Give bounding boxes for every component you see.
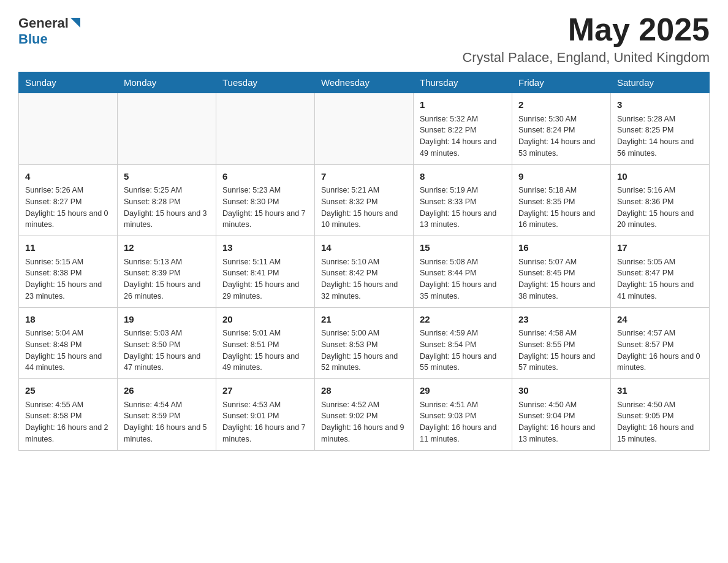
calendar-cell: 21Sunrise: 5:00 AMSunset: 8:53 PMDayligh… (315, 307, 414, 379)
daylight-text: Daylight: 15 hours and 32 minutes. (321, 280, 398, 301)
sunrise-text: Sunrise: 5:07 AM (518, 258, 577, 266)
calendar-cell: 6Sunrise: 5:23 AMSunset: 8:30 PMDaylight… (216, 164, 315, 236)
daylight-text: Daylight: 16 hours and 5 minutes. (124, 423, 207, 443)
sunrise-text: Sunrise: 5:25 AM (124, 186, 182, 194)
calendar-cell: 28Sunrise: 4:52 AMSunset: 9:02 PMDayligh… (315, 379, 414, 451)
calendar-cell (19, 93, 118, 165)
day-number: 9 (518, 170, 604, 184)
day-number: 6 (222, 170, 308, 184)
day-number: 7 (321, 170, 407, 184)
day-number: 19 (124, 313, 210, 327)
calendar-week-1: 1Sunrise: 5:32 AMSunset: 8:22 PMDaylight… (19, 93, 710, 165)
sunrise-text: Sunrise: 5:04 AM (25, 329, 83, 337)
calendar-week-5: 25Sunrise: 4:55 AMSunset: 8:58 PMDayligh… (19, 379, 710, 451)
calendar-cell: 3Sunrise: 5:28 AMSunset: 8:25 PMDaylight… (611, 93, 710, 165)
calendar-cell: 2Sunrise: 5:30 AMSunset: 8:24 PMDaylight… (512, 93, 611, 165)
calendar-cell: 4Sunrise: 5:26 AMSunset: 8:27 PMDaylight… (19, 164, 118, 236)
calendar-cell: 16Sunrise: 5:07 AMSunset: 8:45 PMDayligh… (512, 236, 611, 308)
sunset-text: Sunset: 8:33 PM (420, 197, 476, 206)
sunset-text: Sunset: 9:01 PM (222, 412, 279, 420)
sunrise-text: Sunrise: 5:00 AM (321, 329, 379, 337)
daylight-text: Daylight: 16 hours and 11 minutes. (420, 423, 496, 443)
calendar-cell (118, 93, 216, 165)
sunrise-text: Sunrise: 5:13 AM (124, 258, 182, 266)
calendar-cell: 9Sunrise: 5:18 AMSunset: 8:35 PMDaylight… (512, 164, 611, 236)
day-number: 21 (321, 313, 407, 327)
day-number: 3 (617, 98, 703, 112)
sunset-text: Sunset: 8:39 PM (124, 269, 180, 277)
calendar-cell: 13Sunrise: 5:11 AMSunset: 8:41 PMDayligh… (216, 236, 315, 308)
sunset-text: Sunset: 8:22 PM (420, 126, 476, 134)
calendar-table: SundayMondayTuesdayWednesdayThursdayFrid… (18, 72, 710, 451)
calendar-cell: 31Sunrise: 4:50 AMSunset: 9:05 PMDayligh… (611, 379, 710, 451)
calendar-cell: 8Sunrise: 5:19 AMSunset: 8:33 PMDaylight… (414, 164, 512, 236)
sunset-text: Sunset: 8:28 PM (124, 197, 180, 206)
daylight-text: Daylight: 15 hours and 55 minutes. (420, 352, 496, 372)
daylight-text: Daylight: 15 hours and 47 minutes. (124, 352, 200, 372)
daylight-text: Daylight: 15 hours and 35 minutes. (420, 280, 496, 301)
calendar-cell: 17Sunrise: 5:05 AMSunset: 8:47 PMDayligh… (611, 236, 710, 308)
sunrise-text: Sunrise: 4:53 AM (222, 400, 281, 409)
calendar-cell: 29Sunrise: 4:51 AMSunset: 9:03 PMDayligh… (414, 379, 512, 451)
page-header: General Blue May 2025 Crystal Palace, En… (18, 12, 710, 66)
sunrise-text: Sunrise: 5:32 AM (420, 115, 478, 123)
day-number: 8 (420, 170, 506, 184)
sunrise-text: Sunrise: 4:59 AM (420, 329, 478, 337)
weekday-header-saturday: Saturday (611, 72, 710, 93)
daylight-text: Daylight: 15 hours and 16 minutes. (518, 209, 595, 229)
day-number: 23 (518, 313, 604, 327)
sunrise-text: Sunrise: 5:18 AM (518, 186, 577, 194)
sunrise-text: Sunrise: 5:16 AM (617, 186, 675, 194)
weekday-header-thursday: Thursday (414, 72, 512, 93)
weekday-header-tuesday: Tuesday (216, 72, 315, 93)
day-number: 24 (617, 313, 703, 327)
day-number: 2 (518, 98, 604, 112)
sunset-text: Sunset: 8:35 PM (518, 197, 575, 206)
day-number: 31 (617, 384, 703, 398)
weekday-header-friday: Friday (512, 72, 611, 93)
daylight-text: Daylight: 15 hours and 29 minutes. (222, 280, 299, 301)
weekday-header-sunday: Sunday (19, 72, 118, 93)
sunrise-text: Sunrise: 4:58 AM (518, 329, 577, 337)
daylight-text: Daylight: 16 hours and 7 minutes. (222, 423, 306, 443)
sunset-text: Sunset: 8:45 PM (518, 269, 575, 277)
day-number: 1 (420, 98, 506, 112)
day-number: 12 (124, 241, 210, 255)
sunset-text: Sunset: 8:48 PM (25, 340, 82, 349)
logo-blue-text: Blue (18, 31, 48, 47)
daylight-text: Daylight: 16 hours and 2 minutes. (25, 423, 108, 443)
sunrise-text: Sunrise: 5:05 AM (617, 258, 675, 266)
logo: General Blue (18, 12, 80, 47)
weekday-header-monday: Monday (118, 72, 216, 93)
day-number: 28 (321, 384, 407, 398)
day-number: 11 (25, 241, 111, 255)
sunset-text: Sunset: 8:30 PM (222, 197, 279, 206)
calendar-week-2: 4Sunrise: 5:26 AMSunset: 8:27 PMDaylight… (19, 164, 710, 236)
calendar-cell: 20Sunrise: 5:01 AMSunset: 8:51 PMDayligh… (216, 307, 315, 379)
sunrise-text: Sunrise: 5:28 AM (617, 115, 675, 123)
sunrise-text: Sunrise: 5:11 AM (222, 258, 281, 266)
sunset-text: Sunset: 9:04 PM (518, 412, 575, 420)
sunrise-text: Sunrise: 4:57 AM (617, 329, 675, 337)
day-number: 15 (420, 241, 506, 255)
calendar-cell: 12Sunrise: 5:13 AMSunset: 8:39 PMDayligh… (118, 236, 216, 308)
sunset-text: Sunset: 8:50 PM (124, 340, 180, 349)
calendar-week-3: 11Sunrise: 5:15 AMSunset: 8:38 PMDayligh… (19, 236, 710, 308)
calendar-cell: 18Sunrise: 5:04 AMSunset: 8:48 PMDayligh… (19, 307, 118, 379)
sunrise-text: Sunrise: 4:50 AM (617, 400, 675, 409)
daylight-text: Daylight: 15 hours and 3 minutes. (124, 209, 207, 229)
calendar-cell: 26Sunrise: 4:54 AMSunset: 8:59 PMDayligh… (118, 379, 216, 451)
daylight-text: Daylight: 15 hours and 41 minutes. (617, 280, 694, 301)
sunrise-text: Sunrise: 5:10 AM (321, 258, 379, 266)
calendar-cell: 1Sunrise: 5:32 AMSunset: 8:22 PMDaylight… (414, 93, 512, 165)
daylight-text: Daylight: 15 hours and 52 minutes. (321, 352, 398, 372)
daylight-text: Daylight: 15 hours and 44 minutes. (25, 352, 102, 372)
daylight-text: Daylight: 15 hours and 10 minutes. (321, 209, 398, 229)
sunset-text: Sunset: 9:03 PM (420, 412, 476, 420)
calendar-cell: 11Sunrise: 5:15 AMSunset: 8:38 PMDayligh… (19, 236, 118, 308)
logo-general-text: General (18, 15, 69, 31)
calendar-cell: 14Sunrise: 5:10 AMSunset: 8:42 PMDayligh… (315, 236, 414, 308)
sunrise-text: Sunrise: 5:01 AM (222, 329, 281, 337)
sunrise-text: Sunrise: 5:21 AM (321, 186, 379, 194)
daylight-text: Daylight: 15 hours and 26 minutes. (124, 280, 200, 301)
